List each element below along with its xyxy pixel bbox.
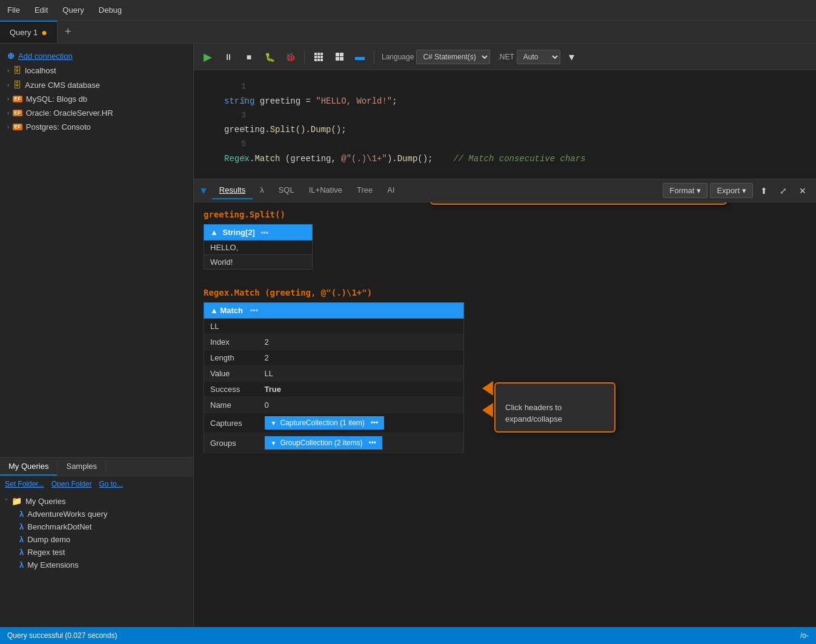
sidebar-item-mysql[interactable]: › EF MySQL: Blogs db — [0, 92, 193, 106]
query-label: AdventureWorks query — [27, 510, 107, 519]
lambda-icon: λ — [19, 510, 24, 519]
field-name: Name — [204, 397, 259, 413]
value-value: LL — [259, 366, 464, 382]
chevron-icon: › — [7, 96, 9, 102]
groups-expand-btn[interactable]: ▼ GroupCollection (2 items) ••• — [265, 436, 383, 450]
table-row: Name 0 — [204, 397, 464, 413]
queries-tabs: My Queries Samples — [0, 458, 193, 476]
grid-view-button[interactable] — [310, 48, 328, 66]
results-tab-lambda[interactable]: λ — [253, 182, 271, 199]
code-line-4: 4 greeting. Split (). Dump (); — [224, 123, 806, 138]
code-dump2-paren: ). — [387, 152, 397, 167]
field-captures: Captures — [204, 413, 259, 433]
sidebar-item-postgres[interactable]: › EF Postgres: Consoto — [0, 120, 193, 134]
match-table-header[interactable]: ▲ Match ••• — [204, 303, 464, 319]
db-icon: 🗄 — [13, 65, 21, 75]
code-string-hello: "HELLO, World!" — [316, 95, 392, 109]
panel-button[interactable]: ▬ — [351, 48, 369, 66]
scroll-top-button[interactable]: ⬆ — [755, 182, 772, 199]
my-extensions-item[interactable]: λ My Extensions — [0, 559, 193, 571]
run-button[interactable]: ▶ — [199, 48, 217, 66]
ef-icon: EF — [13, 110, 22, 116]
table-row: Index 2 — [204, 334, 464, 350]
menu-edit[interactable]: Edit — [32, 4, 50, 16]
value-groups[interactable]: ▼ GroupCollection (2 items) ••• — [259, 433, 464, 453]
sidebar-item-oracle[interactable]: › EF Oracle: OracleServer.HR — [0, 106, 193, 120]
code-spaces — [433, 152, 454, 167]
code-line-6: 6 Regex . Match (greeting, @"(.)\1+" ). … — [224, 152, 806, 167]
more-options-button[interactable]: ▾ — [563, 48, 581, 66]
toolbar-separator — [304, 50, 305, 64]
value-name: 0 — [259, 397, 464, 413]
queries-actions: Set Folder... Open Folder Go to... — [0, 476, 193, 492]
pause-button[interactable]: ⏸ — [219, 48, 237, 66]
results-area: ▼ Results λ SQL IL+Native Tree AI Format… — [194, 179, 816, 627]
menu-file[interactable]: File — [5, 4, 22, 16]
groups-label: GroupCollection (2 items) — [280, 439, 362, 447]
my-queries-folder[interactable]: ˅ 📁 My Queries — [0, 494, 193, 508]
status-right: /o- — [800, 631, 809, 640]
code-at-string: @"(.)\1+" — [341, 152, 387, 167]
captures-dots: ••• — [371, 419, 379, 427]
code-comment: // Match consecutive chars — [453, 152, 585, 167]
my-queries-tab[interactable]: My Queries — [0, 458, 57, 476]
close-results-button[interactable]: ✕ — [794, 182, 811, 199]
language-select[interactable]: C# Statement(s) C# Expression C# Program… — [416, 50, 490, 64]
results-tab-ai[interactable]: AI — [380, 182, 402, 199]
results-tab-sql[interactable]: SQL — [271, 182, 302, 199]
line-num-2: 2 — [224, 95, 251, 108]
add-connection-item[interactable]: ⊕ Add connection — [0, 48, 193, 63]
result-section-regex: Regex.Match (greeting, @"(.)\1+") ▲ Matc… — [204, 288, 806, 475]
expand-arrow: ▲ — [210, 228, 218, 237]
results-content: greeting.Split() ▲ String[2] ••• — [194, 202, 816, 627]
export-button[interactable]: Export ▾ — [710, 183, 753, 198]
results-tab-tree[interactable]: Tree — [350, 182, 380, 199]
add-tab-button[interactable]: + — [58, 21, 79, 43]
folder-icon: 📁 — [12, 496, 22, 506]
collapse-icon[interactable]: ▼ — [199, 185, 208, 196]
samples-tab[interactable]: Samples — [58, 458, 105, 476]
split-table-header[interactable]: ▲ String[2] ••• — [204, 225, 313, 241]
query1-tab[interactable]: Query 1 ● — [0, 21, 58, 43]
expand-button[interactable]: ⤢ — [775, 182, 792, 199]
code-paren: (greeting, — [280, 152, 341, 167]
results-tab-ilnative[interactable]: IL+Native — [302, 182, 350, 199]
bug2-button[interactable]: 🐞 — [281, 48, 299, 66]
result-section-split: greeting.Split() ▲ String[2] ••• — [204, 210, 806, 270]
expand-arrow2-row — [482, 403, 493, 417]
open-folder-link[interactable]: Open Folder — [51, 480, 92, 488]
format-button[interactable]: Format ▾ — [663, 183, 708, 198]
go-to-link[interactable]: Go to... — [99, 480, 122, 488]
bug1-button[interactable]: 🐛 — [260, 48, 279, 66]
stop-button[interactable]: ■ — [240, 48, 258, 66]
query-item-regex[interactable]: λ Regex test — [0, 546, 193, 559]
value-captures[interactable]: ▼ CaptureCollection (1 item) ••• — [259, 413, 464, 433]
split-row-hello: HELLO, — [204, 241, 313, 255]
table-row: Groups ▼ GroupCollection (2 items) ••• — [204, 433, 464, 453]
query-item-adventureworks[interactable]: λ AdventureWorks query — [0, 508, 193, 520]
grid2-view-button[interactable] — [330, 48, 348, 66]
code-editor[interactable]: 1 2 string greeting = "HELLO, World!" ; … — [194, 70, 816, 179]
field-groups: Groups — [204, 433, 259, 453]
grid2-icon — [336, 53, 343, 61]
menu-debug[interactable]: Debug — [96, 4, 124, 16]
captures-expand-btn[interactable]: ▼ CaptureCollection (1 item) ••• — [265, 416, 385, 430]
code-line-2: 2 string greeting = "HELLO, World!" ; — [224, 95, 806, 109]
sidebar-item-localhost[interactable]: › 🗄 localhost — [0, 63, 193, 78]
split-row-world: World! — [204, 255, 313, 270]
results-tab-results[interactable]: Results — [212, 182, 253, 199]
set-folder-link[interactable]: Set Folder... — [5, 480, 44, 488]
oracle-label: Oracle: OracleServer.HR — [26, 108, 113, 118]
ef-icon: EF — [13, 96, 22, 102]
status-bar: Query successful (0.027 seconds) /o- — [0, 627, 816, 644]
menu-query[interactable]: Query — [60, 4, 86, 16]
line-num-3: 3 — [224, 109, 251, 122]
sidebar-item-azure[interactable]: › 🗄 Azure CMS database — [0, 78, 193, 92]
net-select[interactable]: Auto .NET 6 .NET 7 .NET 8 — [517, 50, 560, 64]
results-tabbar: ▼ Results λ SQL IL+Native Tree AI Format… — [194, 179, 816, 202]
left-arrow1 — [482, 381, 493, 396]
chevron-icon: › — [7, 110, 9, 116]
query-item-benchmark[interactable]: λ BenchmarkDotNet — [0, 520, 193, 533]
query-item-dump[interactable]: λ Dump demo — [0, 533, 193, 546]
code-dump2: Dump — [397, 152, 418, 167]
